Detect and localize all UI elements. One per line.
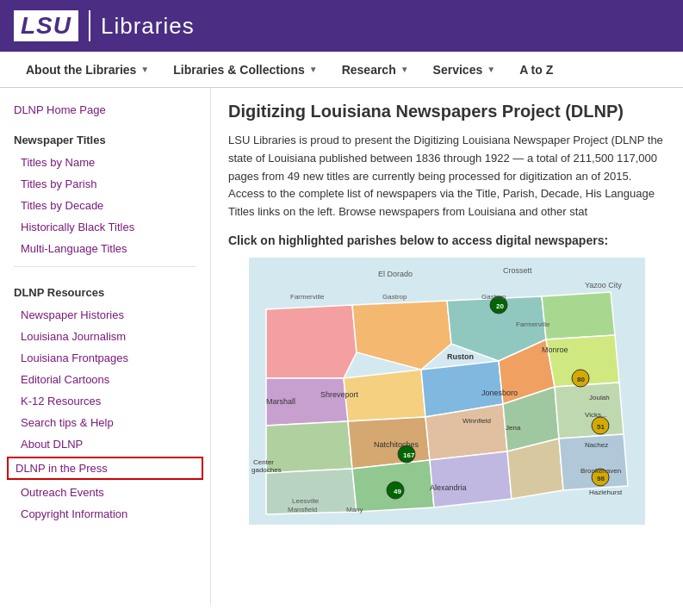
sidebar-home-link[interactable]: DLNP Home Page: [0, 98, 210, 121]
sidebar-link-louisiana-frontpages[interactable]: Louisiana Frontpages: [0, 347, 210, 369]
main-layout: DLNP Home Page Newspaper Titles Titles b…: [0, 88, 683, 605]
sidebar-link-outreach-events[interactable]: Outreach Events: [0, 482, 210, 503]
nav-services-arrow: ▼: [487, 65, 495, 74]
sidebar-link-copyright[interactable]: Copyright Information: [0, 503, 210, 525]
svg-text:Yazoo City: Yazoo City: [585, 281, 622, 289]
sidebar-link-multilanguage[interactable]: Multi-Language Titles: [0, 238, 210, 259]
svg-text:Leesville: Leesville: [292, 497, 320, 505]
sidebar-link-about-dlnp[interactable]: About DLNP: [0, 433, 210, 455]
sidebar-link-historically-black[interactable]: Historically Black Titles: [0, 216, 210, 238]
logo-divider: [89, 10, 90, 41]
svg-marker-14: [266, 421, 352, 473]
svg-text:Farmerville: Farmerville: [290, 293, 325, 301]
sidebar-link-search-tips[interactable]: Search tips & Help: [0, 412, 210, 433]
svg-text:Gastrop: Gastrop: [481, 293, 506, 301]
sidebar-link-titles-by-decade[interactable]: Titles by Decade: [0, 195, 210, 216]
nav-about-label: About the Libraries: [26, 63, 136, 77]
svg-text:Nachez: Nachez: [585, 441, 608, 449]
svg-text:98: 98: [597, 475, 605, 482]
svg-text:Hazlehurst: Hazlehurst: [589, 488, 623, 496]
nav-services-label: Services: [433, 63, 483, 77]
svg-text:Marshall: Marshall: [266, 397, 295, 406]
main-nav: About the Libraries ▼ Libraries & Collec…: [0, 52, 683, 88]
nav-research[interactable]: Research ▼: [330, 52, 421, 87]
sidebar-section-dlnp-resources: DLNP Resources: [0, 274, 210, 304]
main-content: Digitizing Louisiana Newspapers Project …: [211, 88, 683, 605]
nav-research-label: Research: [342, 63, 396, 77]
lsu-logo: LSU: [14, 10, 78, 41]
svg-text:Jena: Jena: [506, 424, 521, 432]
svg-text:Winnfield: Winnfield: [463, 417, 491, 425]
svg-text:Shreveport: Shreveport: [320, 390, 359, 399]
svg-marker-21: [430, 451, 512, 507]
svg-text:Brookenaven: Brookenaven: [581, 467, 621, 475]
sidebar: DLNP Home Page Newspaper Titles Titles b…: [0, 88, 211, 605]
svg-marker-8: [542, 292, 615, 339]
svg-text:Crossett: Crossett: [503, 266, 532, 275]
logo-area: LSU Libraries: [14, 10, 195, 41]
svg-text:Mansfield: Mansfield: [288, 506, 317, 513]
nav-research-arrow: ▼: [400, 65, 409, 74]
svg-text:Center: Center: [253, 458, 274, 466]
svg-text:Many: Many: [346, 506, 363, 513]
svg-text:51: 51: [597, 423, 605, 431]
svg-text:Monroe: Monroe: [542, 345, 568, 354]
page-title: Digitizing Louisiana Newspapers Project …: [228, 102, 666, 121]
nav-libraries-collections-arrow: ▼: [309, 65, 318, 74]
sidebar-link-titles-by-name[interactable]: Titles by Name: [0, 152, 210, 173]
libraries-wordmark: Libraries: [101, 13, 195, 40]
nav-libraries-collections-label: Libraries & Collections: [173, 63, 304, 77]
sidebar-link-newspaper-histories[interactable]: Newspaper Histories: [0, 304, 210, 326]
svg-text:gadoches: gadoches: [251, 466, 282, 474]
svg-text:Ruston: Ruston: [447, 352, 474, 361]
svg-text:49: 49: [394, 488, 401, 495]
parish-map[interactable]: El Dorado Crossett Yazoo City Jacks: [228, 258, 666, 525]
svg-text:Vicks...: Vicks...: [585, 411, 607, 419]
nav-libraries-collections[interactable]: Libraries & Collections ▼: [161, 52, 329, 87]
nav-about-arrow: ▼: [140, 65, 149, 74]
svg-text:167: 167: [403, 451, 415, 459]
sidebar-link-k12-resources[interactable]: K-12 Resources: [0, 390, 210, 412]
svg-text:Alexandria: Alexandria: [430, 483, 467, 492]
svg-text:Farmerville: Farmerville: [516, 320, 550, 328]
svg-marker-5: [266, 305, 357, 378]
svg-text:Jonesboro: Jonesboro: [481, 389, 518, 397]
svg-text:El Dorado: El Dorado: [378, 270, 413, 278]
svg-text:Gastrop: Gastrop: [382, 293, 407, 301]
sidebar-section-newspaper-titles: Newspaper Titles: [0, 121, 210, 152]
sidebar-link-dlnp-press[interactable]: DLNP in the Press: [7, 457, 203, 480]
content-paragraph: LSU Libraries is proud to present the Di…: [228, 132, 666, 221]
sidebar-link-editorial-cartoons[interactable]: Editorial Cartoons: [0, 369, 210, 390]
svg-text:Joulah: Joulah: [589, 394, 610, 401]
svg-text:80: 80: [577, 376, 585, 383]
map-svg: El Dorado Crossett Yazoo City Jacks: [228, 258, 666, 525]
nav-atoz-label: A to Z: [519, 63, 553, 77]
map-label: Click on highlighted parishes below to a…: [228, 233, 666, 247]
nav-services[interactable]: Services ▼: [421, 52, 508, 87]
svg-text:20: 20: [496, 302, 504, 310]
nav-atoz[interactable]: A to Z: [507, 52, 565, 87]
nav-about[interactable]: About the Libraries ▼: [14, 52, 161, 87]
sidebar-divider: [14, 266, 196, 267]
sidebar-link-louisiana-journalism[interactable]: Louisiana Journalism: [0, 326, 210, 347]
sidebar-link-titles-by-parish[interactable]: Titles by Parish: [0, 173, 210, 195]
site-header: LSU Libraries: [0, 0, 683, 52]
